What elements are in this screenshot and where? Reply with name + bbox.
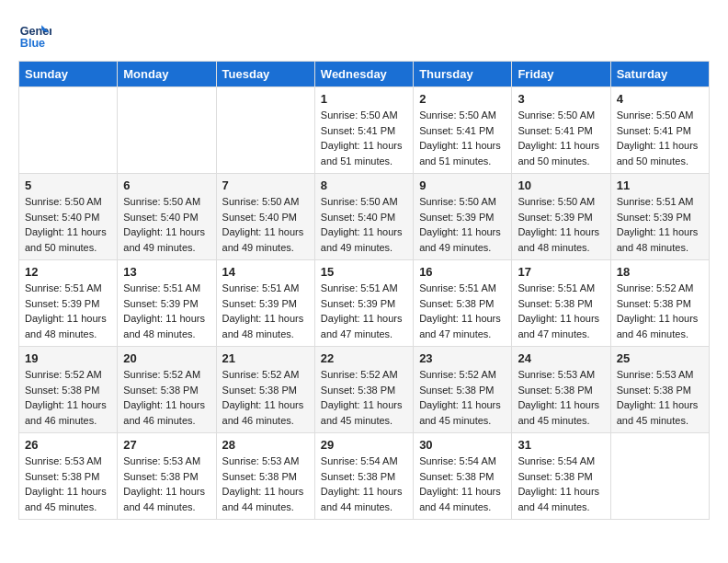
day-info: Sunrise: 5:53 AM Sunset: 5:38 PM Dayligh… xyxy=(25,454,111,514)
calendar-cell: 1Sunrise: 5:50 AM Sunset: 5:41 PM Daylig… xyxy=(314,87,413,174)
calendar-cell: 4Sunrise: 5:50 AM Sunset: 5:41 PM Daylig… xyxy=(610,87,709,174)
day-number: 2 xyxy=(419,92,506,106)
day-info: Sunrise: 5:52 AM Sunset: 5:38 PM Dayligh… xyxy=(617,281,703,341)
day-info: Sunrise: 5:52 AM Sunset: 5:38 PM Dayligh… xyxy=(419,367,506,428)
day-info: Sunrise: 5:51 AM Sunset: 5:39 PM Dayligh… xyxy=(222,281,309,341)
header-saturday: Saturday xyxy=(610,62,709,87)
day-info: Sunrise: 5:51 AM Sunset: 5:39 PM Dayligh… xyxy=(617,194,703,255)
header-thursday: Thursday xyxy=(414,62,512,87)
calendar-cell: 12Sunrise: 5:51 AM Sunset: 5:39 PM Dayli… xyxy=(19,260,118,347)
day-number: 1 xyxy=(321,92,407,106)
day-number: 23 xyxy=(419,351,506,365)
day-number: 7 xyxy=(222,178,309,192)
calendar-cell: 22Sunrise: 5:52 AM Sunset: 5:38 PM Dayli… xyxy=(314,347,413,433)
calendar-table: SundayMondayTuesdayWednesdayThursdayFrid… xyxy=(18,61,710,520)
day-info: Sunrise: 5:54 AM Sunset: 5:38 PM Dayligh… xyxy=(518,454,604,514)
day-info: Sunrise: 5:54 AM Sunset: 5:38 PM Dayligh… xyxy=(419,454,506,514)
calendar-cell: 3Sunrise: 5:50 AM Sunset: 5:41 PM Daylig… xyxy=(512,87,610,174)
calendar-cell: 31Sunrise: 5:54 AM Sunset: 5:38 PM Dayli… xyxy=(512,433,610,520)
svg-text:Blue: Blue xyxy=(20,37,45,50)
day-info: Sunrise: 5:50 AM Sunset: 5:40 PM Dayligh… xyxy=(25,194,111,255)
day-info: Sunrise: 5:50 AM Sunset: 5:41 PM Dayligh… xyxy=(617,108,703,168)
day-info: Sunrise: 5:50 AM Sunset: 5:39 PM Dayligh… xyxy=(419,194,506,255)
day-number: 17 xyxy=(518,265,604,279)
calendar-cell: 27Sunrise: 5:53 AM Sunset: 5:38 PM Dayli… xyxy=(118,433,216,520)
day-info: Sunrise: 5:50 AM Sunset: 5:41 PM Dayligh… xyxy=(321,108,407,168)
day-info: Sunrise: 5:50 AM Sunset: 5:39 PM Dayligh… xyxy=(518,194,604,255)
calendar-week-row: 5Sunrise: 5:50 AM Sunset: 5:40 PM Daylig… xyxy=(19,174,710,260)
day-number: 13 xyxy=(123,265,210,279)
day-number: 12 xyxy=(25,265,111,279)
calendar-cell: 10Sunrise: 5:50 AM Sunset: 5:39 PM Dayli… xyxy=(512,174,610,260)
calendar-week-row: 12Sunrise: 5:51 AM Sunset: 5:39 PM Dayli… xyxy=(19,260,710,347)
calendar-cell: 23Sunrise: 5:52 AM Sunset: 5:38 PM Dayli… xyxy=(414,347,512,433)
calendar-week-row: 1Sunrise: 5:50 AM Sunset: 5:41 PM Daylig… xyxy=(19,87,710,174)
day-info: Sunrise: 5:53 AM Sunset: 5:38 PM Dayligh… xyxy=(617,367,703,428)
day-info: Sunrise: 5:51 AM Sunset: 5:39 PM Dayligh… xyxy=(123,281,210,341)
day-info: Sunrise: 5:53 AM Sunset: 5:38 PM Dayligh… xyxy=(518,367,604,428)
day-number: 4 xyxy=(617,92,703,106)
calendar-cell: 7Sunrise: 5:50 AM Sunset: 5:40 PM Daylig… xyxy=(216,174,314,260)
day-number: 14 xyxy=(222,265,309,279)
day-number: 9 xyxy=(419,178,506,192)
calendar-week-row: 19Sunrise: 5:52 AM Sunset: 5:38 PM Dayli… xyxy=(19,347,710,433)
day-number: 15 xyxy=(321,265,407,279)
day-number: 26 xyxy=(25,438,111,452)
day-number: 27 xyxy=(123,438,210,452)
calendar-cell xyxy=(610,433,709,520)
day-number: 3 xyxy=(518,92,604,106)
logo: General Blue xyxy=(18,18,55,52)
calendar-cell: 26Sunrise: 5:53 AM Sunset: 5:38 PM Dayli… xyxy=(19,433,118,520)
header-tuesday: Tuesday xyxy=(216,62,314,87)
calendar-cell: 6Sunrise: 5:50 AM Sunset: 5:40 PM Daylig… xyxy=(118,174,216,260)
day-info: Sunrise: 5:50 AM Sunset: 5:40 PM Dayligh… xyxy=(222,194,309,255)
calendar-cell: 20Sunrise: 5:52 AM Sunset: 5:38 PM Dayli… xyxy=(118,347,216,433)
calendar-cell: 28Sunrise: 5:53 AM Sunset: 5:38 PM Dayli… xyxy=(216,433,314,520)
calendar-cell: 11Sunrise: 5:51 AM Sunset: 5:39 PM Dayli… xyxy=(610,174,709,260)
calendar-cell: 19Sunrise: 5:52 AM Sunset: 5:38 PM Dayli… xyxy=(19,347,118,433)
calendar-cell xyxy=(19,87,118,174)
day-number: 22 xyxy=(321,351,407,365)
day-number: 24 xyxy=(518,351,604,365)
calendar-cell: 13Sunrise: 5:51 AM Sunset: 5:39 PM Dayli… xyxy=(118,260,216,347)
day-number: 8 xyxy=(321,178,407,192)
calendar-cell xyxy=(216,87,314,174)
calendar-cell: 2Sunrise: 5:50 AM Sunset: 5:41 PM Daylig… xyxy=(414,87,512,174)
day-number: 18 xyxy=(617,265,703,279)
calendar-cell: 24Sunrise: 5:53 AM Sunset: 5:38 PM Dayli… xyxy=(512,347,610,433)
day-number: 20 xyxy=(123,351,210,365)
logo-icon: General Blue xyxy=(18,18,51,52)
day-number: 21 xyxy=(222,351,309,365)
day-number: 19 xyxy=(25,351,111,365)
calendar-cell: 5Sunrise: 5:50 AM Sunset: 5:40 PM Daylig… xyxy=(19,174,118,260)
header-friday: Friday xyxy=(512,62,610,87)
day-number: 28 xyxy=(222,438,309,452)
day-info: Sunrise: 5:52 AM Sunset: 5:38 PM Dayligh… xyxy=(25,367,111,428)
day-number: 11 xyxy=(617,178,703,192)
day-info: Sunrise: 5:54 AM Sunset: 5:38 PM Dayligh… xyxy=(321,454,407,514)
calendar-cell: 9Sunrise: 5:50 AM Sunset: 5:39 PM Daylig… xyxy=(414,174,512,260)
day-info: Sunrise: 5:52 AM Sunset: 5:38 PM Dayligh… xyxy=(222,367,309,428)
day-number: 25 xyxy=(617,351,703,365)
day-info: Sunrise: 5:50 AM Sunset: 5:40 PM Dayligh… xyxy=(123,194,210,255)
calendar-cell: 29Sunrise: 5:54 AM Sunset: 5:38 PM Dayli… xyxy=(314,433,413,520)
calendar-week-row: 26Sunrise: 5:53 AM Sunset: 5:38 PM Dayli… xyxy=(19,433,710,520)
day-info: Sunrise: 5:51 AM Sunset: 5:39 PM Dayligh… xyxy=(321,281,407,341)
day-number: 6 xyxy=(123,178,210,192)
day-info: Sunrise: 5:52 AM Sunset: 5:38 PM Dayligh… xyxy=(321,367,407,428)
day-number: 5 xyxy=(25,178,111,192)
calendar-cell: 30Sunrise: 5:54 AM Sunset: 5:38 PM Dayli… xyxy=(414,433,512,520)
day-info: Sunrise: 5:52 AM Sunset: 5:38 PM Dayligh… xyxy=(123,367,210,428)
day-number: 29 xyxy=(321,438,407,452)
day-info: Sunrise: 5:51 AM Sunset: 5:39 PM Dayligh… xyxy=(25,281,111,341)
calendar-cell: 18Sunrise: 5:52 AM Sunset: 5:38 PM Dayli… xyxy=(610,260,709,347)
day-info: Sunrise: 5:53 AM Sunset: 5:38 PM Dayligh… xyxy=(222,454,309,514)
day-info: Sunrise: 5:50 AM Sunset: 5:41 PM Dayligh… xyxy=(419,108,506,168)
calendar-header-row: SundayMondayTuesdayWednesdayThursdayFrid… xyxy=(19,62,710,87)
calendar-cell: 15Sunrise: 5:51 AM Sunset: 5:39 PM Dayli… xyxy=(314,260,413,347)
calendar-cell: 16Sunrise: 5:51 AM Sunset: 5:38 PM Dayli… xyxy=(414,260,512,347)
day-number: 10 xyxy=(518,178,604,192)
calendar-cell: 25Sunrise: 5:53 AM Sunset: 5:38 PM Dayli… xyxy=(610,347,709,433)
header-wednesday: Wednesday xyxy=(314,62,413,87)
calendar-cell: 8Sunrise: 5:50 AM Sunset: 5:40 PM Daylig… xyxy=(314,174,413,260)
